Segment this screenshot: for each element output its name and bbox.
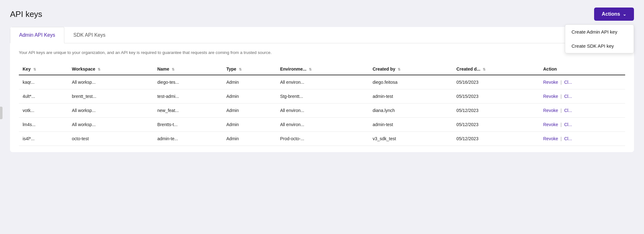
actions-dropdown-menu: Create Admin API key Create SDK API key [565, 24, 634, 53]
cell-environment: All environ... [276, 104, 369, 118]
cell-created-by: diego.feitosa [369, 75, 453, 89]
cell-created-date: 05/15/2023 [453, 89, 539, 104]
table-header-row: Key ⇅ Workspace ⇅ Name ⇅ Type ⇅ [19, 63, 625, 75]
action-separator: | [559, 94, 563, 99]
cell-workspace: All worksp... [68, 75, 153, 89]
cell-environment: Stg-brentt... [276, 89, 369, 104]
copy-link[interactable]: Cl... [564, 80, 572, 85]
col-created-date: Created d... ⇅ [453, 63, 539, 75]
cell-type: Admin [223, 89, 276, 104]
col-name: Name ⇅ [153, 63, 223, 75]
cell-created-date: 05/16/2023 [453, 75, 539, 89]
create-admin-api-key-item[interactable]: Create Admin API key [565, 25, 634, 39]
tab-admin-api-keys[interactable]: Admin API Keys [10, 27, 64, 43]
cell-environment: Prod-octo-... [276, 132, 369, 146]
actions-button[interactable]: Actions ⌄ [594, 8, 634, 21]
scroll-indicator [0, 107, 3, 119]
col-workspace: Workspace ⇅ [68, 63, 153, 75]
cell-workspace: octo-test [68, 132, 153, 146]
cell-name: admin-te... [153, 132, 223, 146]
cell-created-by: admin-test [369, 118, 453, 132]
sort-icon-created-date[interactable]: ⇅ [483, 67, 486, 72]
cell-type: Admin [223, 104, 276, 118]
sort-icon-name[interactable]: ⇅ [172, 67, 174, 72]
col-environment: Environme... ⇅ [276, 63, 369, 75]
action-separator: | [559, 122, 563, 127]
main-card: Admin API Keys SDK API Keys Your API key… [10, 27, 634, 152]
sort-icon-key[interactable]: ⇅ [33, 67, 36, 72]
table-row: kaqr...All worksp...diego-tes...AdminAll… [19, 75, 625, 89]
col-created-by: Created by ⇅ [369, 63, 453, 75]
copy-link[interactable]: Cl... [564, 122, 572, 127]
tab-sdk-api-keys[interactable]: SDK API Keys [64, 27, 115, 43]
col-key: Key ⇅ [19, 63, 68, 75]
table-row: 4ult*...brentt_test...test-admi...AdminS… [19, 89, 625, 104]
col-action: Action [539, 63, 625, 75]
cell-workspace: All worksp... [68, 118, 153, 132]
cell-environment: All environ... [276, 118, 369, 132]
sort-icon-type[interactable]: ⇅ [239, 67, 242, 72]
cell-type: Admin [223, 118, 276, 132]
revoke-link[interactable]: Revoke [543, 122, 558, 127]
col-type: Type ⇅ [223, 63, 276, 75]
cell-created-by: diana.lynch [369, 104, 453, 118]
description-text: Your API keys are unique to your organiz… [19, 50, 625, 56]
cell-key: is4l*... [19, 132, 68, 146]
sort-icon-created-by[interactable]: ⇅ [398, 67, 400, 72]
copy-link[interactable]: Cl... [564, 108, 572, 113]
copy-link[interactable]: Cl... [564, 136, 572, 141]
cell-action: Revoke | Cl... [539, 118, 625, 132]
create-sdk-api-key-item[interactable]: Create SDK API key [565, 39, 634, 53]
cell-type: Admin [223, 132, 276, 146]
cell-created-by: v3_sdk_test [369, 132, 453, 146]
card-body: Your API keys are unique to your organiz… [10, 43, 634, 152]
cell-key: lm4s... [19, 118, 68, 132]
sort-icon-environment[interactable]: ⇅ [309, 67, 312, 72]
table-row: is4l*...octo-testadmin-te...AdminProd-oc… [19, 132, 625, 146]
cell-name: test-admi... [153, 89, 223, 104]
action-separator: | [559, 108, 563, 113]
api-keys-table: Key ⇅ Workspace ⇅ Name ⇅ Type ⇅ [19, 63, 625, 146]
chevron-down-icon: ⌄ [623, 12, 626, 17]
cell-type: Admin [223, 75, 276, 89]
cell-name: new_feat... [153, 104, 223, 118]
cell-action: Revoke | Cl... [539, 89, 625, 104]
cell-key: kaqr... [19, 75, 68, 89]
revoke-link[interactable]: Revoke [543, 80, 558, 85]
cell-environment: All environ... [276, 75, 369, 89]
cell-created-date: 05/12/2023 [453, 118, 539, 132]
cell-created-date: 05/12/2023 [453, 132, 539, 146]
cell-created-by: admin-test [369, 89, 453, 104]
cell-action: Revoke | Cl... [539, 75, 625, 89]
cell-action: Revoke | Cl... [539, 132, 625, 146]
cell-workspace: brentt_test... [68, 89, 153, 104]
table-row: lm4s...All worksp...Brentts-t...AdminAll… [19, 118, 625, 132]
cell-key: votk... [19, 104, 68, 118]
revoke-link[interactable]: Revoke [543, 136, 558, 141]
cell-created-date: 05/12/2023 [453, 104, 539, 118]
cell-action: Revoke | Cl... [539, 104, 625, 118]
action-separator: | [559, 80, 563, 85]
action-separator: | [559, 136, 563, 141]
sort-icon-workspace[interactable]: ⇅ [98, 67, 100, 72]
revoke-link[interactable]: Revoke [543, 108, 558, 113]
copy-link[interactable]: Cl... [564, 94, 572, 99]
page-title: API keys [10, 9, 42, 19]
cell-key: 4ult*... [19, 89, 68, 104]
cell-name: diego-tes... [153, 75, 223, 89]
cell-workspace: All worksp... [68, 104, 153, 118]
cell-name: Brentts-t... [153, 118, 223, 132]
tab-bar: Admin API Keys SDK API Keys [10, 27, 634, 43]
revoke-link[interactable]: Revoke [543, 94, 558, 99]
actions-button-label: Actions [602, 11, 620, 17]
table-row: votk...All worksp...new_feat...AdminAll … [19, 104, 625, 118]
